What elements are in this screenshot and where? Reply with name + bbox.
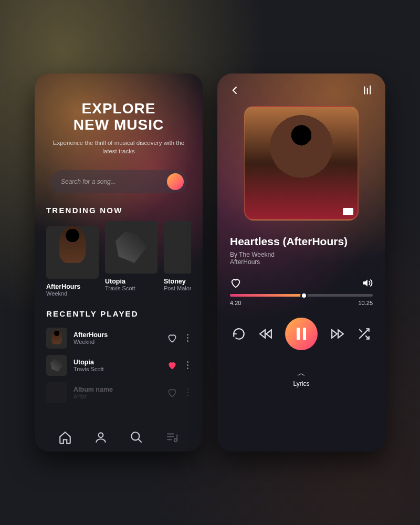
trending-title: Stoney xyxy=(164,278,191,285)
svg-point-0 xyxy=(99,433,103,437)
svg-rect-9 xyxy=(370,86,371,94)
recent-artist: Weeknd xyxy=(74,339,161,345)
svg-line-2 xyxy=(138,439,142,443)
heart-icon[interactable] xyxy=(230,277,242,289)
recently-header: RECENTLY PLAYED xyxy=(46,309,191,318)
recent-artist: Travis Scott xyxy=(74,366,161,372)
list-item[interactable]: Album name Artist xyxy=(46,379,191,406)
album-cover xyxy=(164,221,191,274)
shuffle-icon[interactable] xyxy=(357,327,371,341)
recent-artist: Artist xyxy=(74,393,161,400)
equalizer-icon[interactable] xyxy=(362,85,373,96)
back-icon[interactable] xyxy=(230,85,240,96)
search-button[interactable] xyxy=(167,173,184,190)
svg-rect-8 xyxy=(367,88,368,94)
volume-icon[interactable] xyxy=(361,277,373,289)
trending-item[interactable]: Stoney Post Malone xyxy=(164,221,191,297)
progress-thumb[interactable] xyxy=(300,292,308,299)
list-item[interactable]: AfterHours Weeknd xyxy=(46,324,191,352)
heart-icon[interactable] xyxy=(167,360,177,371)
more-icon[interactable] xyxy=(184,334,191,342)
bottom-nav xyxy=(35,430,203,444)
progress-fill xyxy=(230,294,304,297)
album-cover xyxy=(46,226,99,279)
duration-time: 10.25 xyxy=(358,300,373,306)
recent-title: AfterHours xyxy=(74,331,161,339)
chevron-up-icon: ︿ xyxy=(230,368,373,379)
trending-item[interactable]: Utopia Travis Scott xyxy=(105,221,158,297)
svg-marker-11 xyxy=(266,330,271,338)
album-art xyxy=(244,106,359,220)
svg-marker-12 xyxy=(332,330,337,338)
track-album: AfterHours xyxy=(230,258,373,266)
player-screen: Heartless (AfterHours) By The Weeknd Aft… xyxy=(217,74,385,452)
pause-button[interactable] xyxy=(285,318,318,350)
track-title: Heartless (AfterHours) xyxy=(230,235,373,248)
search-input[interactable] xyxy=(61,178,183,185)
home-icon[interactable] xyxy=(58,430,72,444)
svg-marker-13 xyxy=(338,330,343,338)
track-artist: By The Weeknd xyxy=(230,251,373,258)
trending-artist: Travis Scott xyxy=(105,285,158,291)
trending-list: AfterHours Weeknd Utopia Travis Scott St… xyxy=(46,221,191,297)
album-thumb xyxy=(46,328,67,349)
repeat-icon[interactable] xyxy=(232,327,246,341)
svg-rect-7 xyxy=(364,87,365,94)
heart-icon[interactable] xyxy=(167,333,177,343)
recent-title: Album name xyxy=(74,386,161,393)
trending-header: TRENDING NOW xyxy=(46,206,191,215)
album-thumb xyxy=(46,382,67,403)
more-icon[interactable] xyxy=(184,388,191,396)
list-item[interactable]: Utopia Travis Scott xyxy=(46,352,191,379)
elapsed-time: 4.20 xyxy=(230,300,241,306)
page-subtitle: Experience the thrill of musical discove… xyxy=(46,139,191,155)
album-cover xyxy=(105,221,158,274)
recent-title: Utopia xyxy=(74,359,161,366)
title-line2: NEW MUSIC xyxy=(74,117,164,133)
page-title: EXPLORE NEW MUSIC xyxy=(46,101,191,133)
trending-artist: Weeknd xyxy=(46,290,99,297)
playback-controls xyxy=(230,318,373,350)
profile-icon[interactable] xyxy=(94,430,108,444)
forward-icon[interactable] xyxy=(331,327,344,341)
pause-icon xyxy=(297,328,306,340)
lyrics-toggle[interactable]: ︿ Lyrics xyxy=(230,368,373,387)
svg-marker-10 xyxy=(260,330,265,338)
heart-icon[interactable] xyxy=(167,387,177,398)
playlist-icon[interactable] xyxy=(165,430,179,444)
lyrics-label: Lyrics xyxy=(293,380,310,387)
rewind-icon[interactable] xyxy=(259,327,272,341)
search-field[interactable] xyxy=(50,170,187,193)
title-line1: EXPLORE xyxy=(82,100,156,117)
recent-list: AfterHours Weeknd Utopia Travis Scott xyxy=(46,324,191,406)
progress-bar[interactable] xyxy=(230,294,373,297)
trending-artist: Post Malone xyxy=(164,285,191,291)
svg-point-1 xyxy=(131,432,139,440)
album-thumb xyxy=(46,355,67,376)
trending-title: AfterHours xyxy=(46,283,99,290)
explore-screen: EXPLORE NEW MUSIC Experience the thrill … xyxy=(35,74,203,452)
trending-title: Utopia xyxy=(105,278,158,285)
more-icon[interactable] xyxy=(184,361,191,369)
trending-item[interactable]: AfterHours Weeknd xyxy=(46,221,99,297)
search-icon[interactable] xyxy=(130,430,143,444)
